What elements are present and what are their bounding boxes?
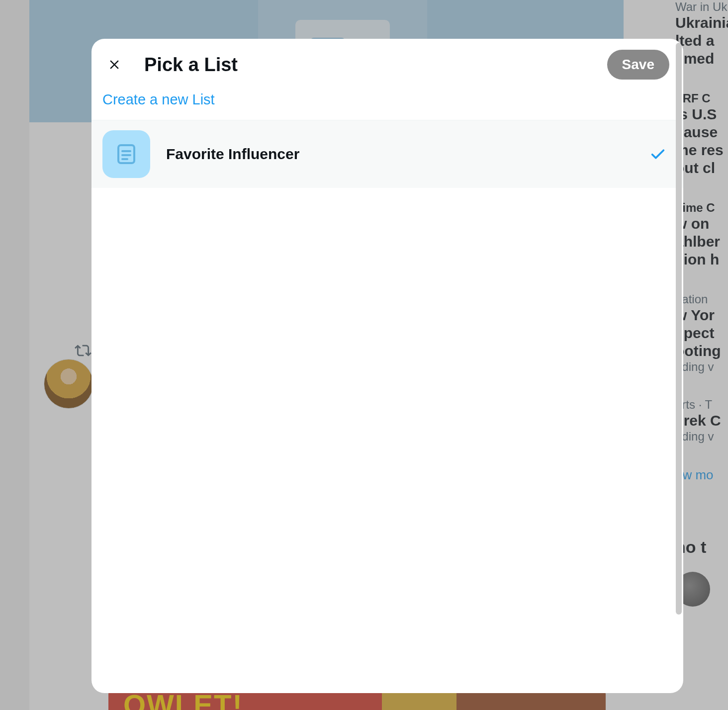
close-button[interactable] [102, 53, 126, 77]
checkmark-icon [649, 146, 666, 163]
save-button[interactable]: Save [607, 50, 669, 80]
list-row[interactable]: Favorite Influencer [91, 120, 683, 188]
pick-list-modal: Pick a List Save Create a new List Favor… [91, 39, 683, 693]
close-icon [107, 58, 121, 72]
create-new-list-link[interactable]: Create a new List [102, 91, 215, 108]
list-container: Favorite Influencer [91, 120, 683, 693]
create-list-row: Create a new List [91, 85, 683, 120]
list-icon [102, 130, 150, 178]
modal-header: Pick a List Save [91, 39, 683, 85]
modal-title: Pick a List [144, 54, 589, 76]
list-name-label: Favorite Influencer [166, 146, 634, 163]
modal-scrollbar[interactable] [676, 43, 682, 615]
list-document-icon [114, 142, 138, 166]
